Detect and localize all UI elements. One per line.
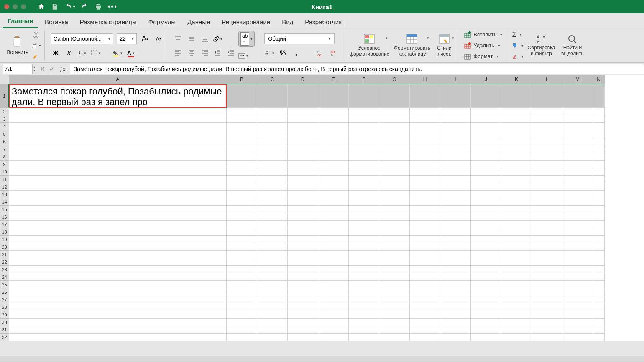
cell-A11[interactable]: [9, 176, 227, 183]
cell-H16[interactable]: [410, 213, 440, 221]
cell-L7[interactable]: [532, 145, 562, 153]
cell-A18[interactable]: [9, 228, 227, 236]
cell-G31[interactable]: [379, 326, 410, 334]
cell-L20[interactable]: [532, 243, 562, 251]
print-icon[interactable]: [95, 3, 102, 10]
cell-B6[interactable]: [227, 138, 257, 145]
cell-B12[interactable]: [227, 183, 257, 191]
cell-B29[interactable]: [227, 311, 257, 319]
cell-K9[interactable]: [501, 161, 532, 168]
cell-I22[interactable]: [440, 258, 471, 266]
cell-N5[interactable]: [593, 130, 605, 138]
cell-E17[interactable]: [318, 221, 349, 228]
cell-J28[interactable]: [471, 303, 501, 311]
cell-I17[interactable]: [440, 221, 471, 228]
cell-L5[interactable]: [532, 130, 562, 138]
cell-L12[interactable]: [532, 183, 562, 191]
insert-cells-button[interactable]: Вставить▾: [464, 30, 502, 39]
cell-K32[interactable]: [501, 334, 532, 341]
cell-N3[interactable]: [593, 115, 605, 123]
cell-A16[interactable]: [9, 213, 227, 221]
cell-L22[interactable]: [532, 258, 562, 266]
cell-E30[interactable]: [318, 319, 349, 326]
cell-A26[interactable]: [9, 288, 227, 296]
cell-A8[interactable]: [9, 153, 227, 161]
cell-D14[interactable]: [288, 198, 318, 206]
cell-M11[interactable]: [562, 176, 593, 183]
cell-D21[interactable]: [288, 251, 318, 258]
home-icon[interactable]: [38, 3, 45, 10]
cell-J13[interactable]: [471, 191, 501, 198]
sort-filter-button[interactable]: АЯ Сортировка и фильтр: [526, 31, 556, 60]
cell-A6[interactable]: [9, 138, 227, 145]
cell-B13[interactable]: [227, 191, 257, 198]
cell-N32[interactable]: [593, 334, 605, 341]
cell-J25[interactable]: [471, 281, 501, 288]
select-all-corner[interactable]: [0, 75, 9, 84]
cell-N27[interactable]: [593, 296, 605, 303]
cell-E29[interactable]: [318, 311, 349, 319]
cell-H3[interactable]: [410, 115, 440, 123]
cell-I16[interactable]: [440, 213, 471, 221]
cell-L17[interactable]: [532, 221, 562, 228]
cell-G5[interactable]: [379, 130, 410, 138]
row-header-9[interactable]: 9: [0, 161, 9, 168]
cell-B4[interactable]: [227, 123, 257, 130]
cell-K25[interactable]: [501, 281, 532, 288]
font-name-select[interactable]: Calibri (Основной...▾: [51, 33, 113, 44]
cell-A29[interactable]: [9, 311, 227, 319]
cell-G15[interactable]: [379, 206, 410, 213]
cell-F27[interactable]: [349, 296, 379, 303]
cell-N20[interactable]: [593, 243, 605, 251]
cell-D17[interactable]: [288, 221, 318, 228]
cell-K10[interactable]: [501, 168, 532, 176]
cell-H5[interactable]: [410, 130, 440, 138]
cell-K23[interactable]: [501, 266, 532, 273]
cell-D8[interactable]: [288, 153, 318, 161]
cell-K5[interactable]: [501, 130, 532, 138]
cell-B27[interactable]: [227, 296, 257, 303]
find-select-button[interactable]: Найти и выделить: [559, 31, 586, 60]
cell-C22[interactable]: [257, 258, 288, 266]
cell-K19[interactable]: [501, 236, 532, 243]
cell-F7[interactable]: [349, 145, 379, 153]
cell-J3[interactable]: [471, 115, 501, 123]
cell-L15[interactable]: [532, 206, 562, 213]
cell-J6[interactable]: [471, 138, 501, 145]
formula-input[interactable]: Заметался пожар голубой, Позабылись роди…: [70, 64, 644, 74]
cell-G23[interactable]: [379, 266, 410, 273]
cell-J11[interactable]: [471, 176, 501, 183]
cell-D16[interactable]: [288, 213, 318, 221]
cell-C10[interactable]: [257, 168, 288, 176]
cell-D24[interactable]: [288, 273, 318, 281]
cell-M12[interactable]: [562, 183, 593, 191]
cell-J18[interactable]: [471, 228, 501, 236]
cell-D29[interactable]: [288, 311, 318, 319]
cell-E6[interactable]: [318, 138, 349, 145]
row-header-7[interactable]: 7: [0, 145, 9, 153]
cell-C14[interactable]: [257, 198, 288, 206]
cell-M23[interactable]: [562, 266, 593, 273]
cell-L2[interactable]: [532, 108, 562, 115]
cell-F14[interactable]: [349, 198, 379, 206]
cell-L11[interactable]: [532, 176, 562, 183]
cell-J17[interactable]: [471, 221, 501, 228]
borders-button[interactable]: ▾: [91, 48, 101, 58]
cell-H10[interactable]: [410, 168, 440, 176]
cell-B31[interactable]: [227, 326, 257, 334]
cell-K15[interactable]: [501, 206, 532, 213]
cell-A22[interactable]: [9, 258, 227, 266]
cell-I20[interactable]: [440, 243, 471, 251]
row-header-5[interactable]: 5: [0, 130, 9, 138]
cell-K26[interactable]: [501, 288, 532, 296]
cell-J16[interactable]: [471, 213, 501, 221]
cell-K31[interactable]: [501, 326, 532, 334]
cell-G14[interactable]: [379, 198, 410, 206]
cell-F28[interactable]: [349, 303, 379, 311]
cell-E24[interactable]: [318, 273, 349, 281]
cell-J9[interactable]: [471, 161, 501, 168]
col-header-D[interactable]: D: [288, 75, 318, 84]
decrease-font-icon[interactable]: A▾: [153, 34, 164, 43]
cell-D22[interactable]: [288, 258, 318, 266]
tab-главная[interactable]: Главная: [3, 14, 38, 28]
